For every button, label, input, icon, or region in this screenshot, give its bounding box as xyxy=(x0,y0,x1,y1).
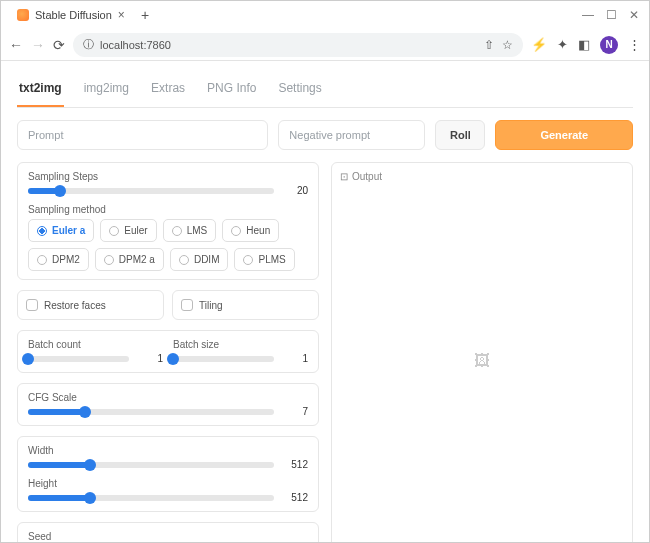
method-lms[interactable]: LMS xyxy=(163,219,217,242)
batch-size-label: Batch size xyxy=(173,339,308,350)
favicon-icon xyxy=(17,9,29,21)
sampling-steps-slider[interactable] xyxy=(28,188,274,194)
height-value: 512 xyxy=(282,492,308,503)
apps-icon[interactable]: ◧ xyxy=(578,37,590,52)
app-page: txt2img img2img Extras PNG Info Settings… xyxy=(1,61,649,543)
width-label: Width xyxy=(28,445,308,456)
app-tabs: txt2img img2img Extras PNG Info Settings xyxy=(17,73,633,108)
height-label: Height xyxy=(28,478,308,489)
extension-icon[interactable]: ⚡ xyxy=(531,37,547,52)
generate-button[interactable]: Generate xyxy=(495,120,633,150)
width-value: 512 xyxy=(282,459,308,470)
sampling-method-label: Sampling method xyxy=(28,204,308,215)
dims-panel: Width 512 Height 512 xyxy=(17,436,319,512)
browser-toolbar: ← → ⟳ ⓘ localhost:7860 ⇧ ☆ ⚡ ✦ ◧ N ⋮ xyxy=(1,29,649,61)
batch-panel: Batch count 1 Batch size 1 xyxy=(17,330,319,373)
url-text: localhost:7860 xyxy=(100,39,171,51)
browser-titlebar: Stable Diffusion × + — ☐ ✕ xyxy=(1,1,649,29)
tab-title: Stable Diffusion xyxy=(35,9,112,21)
roll-button[interactable]: Roll xyxy=(435,120,485,150)
tiling-checkbox[interactable]: Tiling xyxy=(172,290,319,320)
cfg-panel: CFG Scale 7 xyxy=(17,383,319,426)
output-label: Output xyxy=(352,171,382,182)
output-placeholder: 🖼 xyxy=(340,182,624,539)
tab-extras[interactable]: Extras xyxy=(149,73,187,107)
browser-tab[interactable]: Stable Diffusion × xyxy=(7,3,135,27)
star-icon[interactable]: ☆ xyxy=(502,38,513,52)
sampling-steps-value: 20 xyxy=(282,185,308,196)
menu-icon[interactable]: ⋮ xyxy=(628,37,641,52)
maximize-icon[interactable]: ☐ xyxy=(606,8,617,22)
share-icon[interactable]: ⇧ xyxy=(484,38,494,52)
batch-count-label: Batch count xyxy=(28,339,163,350)
reload-icon[interactable]: ⟳ xyxy=(53,37,65,53)
method-dpm2[interactable]: DPM2 xyxy=(28,248,89,271)
batch-count-slider[interactable] xyxy=(28,356,129,362)
avatar[interactable]: N xyxy=(600,36,618,54)
sampling-panel: Sampling Steps 20 Sampling method Euler … xyxy=(17,162,319,280)
output-panel: ⊡Output 🖼 xyxy=(331,162,633,543)
address-bar[interactable]: ⓘ localhost:7860 ⇧ ☆ xyxy=(73,33,523,57)
tab-settings[interactable]: Settings xyxy=(276,73,323,107)
prompt-input[interactable]: Prompt xyxy=(17,120,268,150)
tab-pnginfo[interactable]: PNG Info xyxy=(205,73,258,107)
back-icon[interactable]: ← xyxy=(9,37,23,53)
info-icon: ⓘ xyxy=(83,37,94,52)
batch-count-value: 1 xyxy=(137,353,163,364)
cfg-label: CFG Scale xyxy=(28,392,308,403)
forward-icon: → xyxy=(31,37,45,53)
cfg-slider[interactable] xyxy=(28,409,274,415)
method-euler-a[interactable]: Euler a xyxy=(28,219,94,242)
tab-txt2img[interactable]: txt2img xyxy=(17,73,64,107)
method-heun[interactable]: Heun xyxy=(222,219,279,242)
restore-faces-checkbox[interactable]: Restore faces xyxy=(17,290,164,320)
batch-size-value: 1 xyxy=(282,353,308,364)
seed-panel: Seed -1 Extra xyxy=(17,522,319,543)
image-icon: ⊡ xyxy=(340,171,348,182)
seed-label: Seed xyxy=(28,531,308,542)
minimize-icon[interactable]: — xyxy=(582,8,594,22)
width-slider[interactable] xyxy=(28,462,274,468)
close-window-icon[interactable]: ✕ xyxy=(629,8,639,22)
new-tab-button[interactable]: + xyxy=(141,7,149,23)
height-slider[interactable] xyxy=(28,495,274,501)
close-icon[interactable]: × xyxy=(118,8,125,22)
sampling-steps-label: Sampling Steps xyxy=(28,171,308,182)
method-dpm2a[interactable]: DPM2 a xyxy=(95,248,164,271)
method-ddim[interactable]: DDIM xyxy=(170,248,229,271)
negative-prompt-input[interactable]: Negative prompt xyxy=(278,120,425,150)
puzzle-icon[interactable]: ✦ xyxy=(557,37,568,52)
cfg-value: 7 xyxy=(282,406,308,417)
tab-img2img[interactable]: img2img xyxy=(82,73,131,107)
method-plms[interactable]: PLMS xyxy=(234,248,294,271)
method-euler[interactable]: Euler xyxy=(100,219,156,242)
batch-size-slider[interactable] xyxy=(173,356,274,362)
